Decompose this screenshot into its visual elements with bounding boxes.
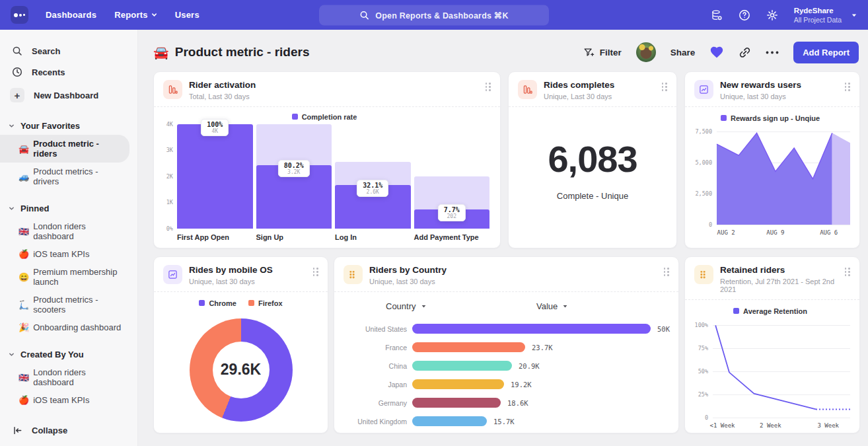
sidebar-section: Created By You🇬🇧London riders dashboard🍎… xyxy=(0,350,137,409)
car-emoji-icon: 🚘 xyxy=(153,45,169,60)
row-label: Japan xyxy=(344,381,412,389)
value-column-dropdown[interactable]: Value xyxy=(536,301,568,311)
legend-swatch xyxy=(199,300,205,306)
legend-swatch xyxy=(292,114,298,120)
card-title: New rewards users xyxy=(720,80,801,91)
funnel-x-label: Sign Up xyxy=(256,233,332,241)
avatar[interactable] xyxy=(636,42,656,62)
sidebar-item[interactable]: 🍎iOS team KPIs xyxy=(0,391,129,409)
sidebar-recents[interactable]: Recents xyxy=(0,61,137,83)
row-bar xyxy=(412,398,501,408)
sidebar-collapse-button[interactable]: Collapse xyxy=(13,426,67,435)
sidebar-section-toggle[interactable]: Created By You xyxy=(9,350,137,359)
add-report-button[interactable]: Add Report xyxy=(793,42,859,63)
sidebar-item[interactable]: 🍎iOS team KPIs xyxy=(0,245,129,263)
search-icon xyxy=(12,46,22,56)
sidebar-item[interactable]: 🚙Product metrics - drivers xyxy=(0,163,129,190)
row-value: 23.7K xyxy=(532,344,553,352)
card-rides-by-mobile-os: Rides by mobile OS Unique, last 30 days … xyxy=(153,256,328,433)
row-label: Germany xyxy=(344,399,412,407)
sidebar-section-toggle[interactable]: Pinned xyxy=(9,204,137,213)
chevron-down-icon xyxy=(9,204,15,213)
chevron-down-icon xyxy=(421,303,427,309)
item-emoji-icon: 😄 xyxy=(18,273,29,281)
item-emoji-icon: 🛴 xyxy=(18,301,29,309)
sidebar-sections: Your Favorites🚘Product metric - riders🚙P… xyxy=(0,121,137,409)
funnel-bar: 100%4K xyxy=(177,124,253,229)
card-retained-riders: Retained riders Retention, Jul 27th 2021… xyxy=(684,256,860,433)
country-bar-list: United States50KFrance23.7KChina20.9KJap… xyxy=(344,324,674,427)
item-emoji-icon: 🎉 xyxy=(18,323,29,332)
drag-handle-icon[interactable] xyxy=(662,80,668,91)
drag-handle-icon[interactable] xyxy=(845,80,851,91)
funnel-chart: 4K3K2K1K0% 100%4K80.2%3.2K32.1%2.6K7.7%2… xyxy=(159,124,489,229)
card-new-rewards-users: New rewards users Unique, last 30 days R… xyxy=(684,71,860,248)
chevron-down-icon xyxy=(562,303,568,309)
chevron-down-icon xyxy=(9,350,15,359)
sidebar-item[interactable]: 🇬🇧London riders dashboard xyxy=(0,363,129,391)
settings-gear-icon[interactable] xyxy=(766,9,778,21)
sidebar-item[interactable]: 🛴Product metrics - scooters xyxy=(0,291,129,318)
top-nav: Dashboards Reports Users Open Reports & … xyxy=(0,0,868,30)
sidebar-item[interactable]: 🇬🇧London riders dashboard xyxy=(0,217,129,245)
collapse-icon xyxy=(13,426,22,435)
row-label: United States xyxy=(344,325,412,333)
drag-handle-icon[interactable] xyxy=(664,265,670,276)
item-emoji-icon: 🍎 xyxy=(18,396,29,404)
app-logo[interactable] xyxy=(11,6,28,24)
filter-funnel-icon xyxy=(583,47,595,58)
copy-link-icon[interactable] xyxy=(739,46,751,59)
bar-tooltip: 100%4K xyxy=(201,119,229,136)
row-bar xyxy=(412,361,512,371)
clock-icon xyxy=(12,67,22,77)
card-title: Rides by mobile OS xyxy=(189,265,273,276)
sidebar-item[interactable]: 😄Premium membership launch xyxy=(0,263,129,291)
sidebar-section-toggle[interactable]: Your Favorites xyxy=(9,121,137,131)
sidebar-section: Your Favorites🚘Product metric - riders🚙P… xyxy=(0,121,137,190)
row-value: 15.7K xyxy=(493,418,515,426)
donut-chart: 29.6K xyxy=(190,318,293,422)
drag-handle-icon[interactable] xyxy=(845,265,851,276)
nav-links: Dashboards Reports Users xyxy=(46,10,199,20)
legend-swatch xyxy=(721,115,727,121)
item-emoji-icon: 🚘 xyxy=(18,145,29,153)
card-subtitle: Unique, Last 30 days xyxy=(544,93,614,100)
funnel-x-label: First App Open xyxy=(177,233,253,241)
chevron-down-icon xyxy=(151,12,157,18)
account-subtitle: All Project Data xyxy=(794,16,842,24)
card-subtitle: Unique, last 30 days xyxy=(189,278,273,285)
funnel-x-label: Log In xyxy=(335,233,411,241)
legend-swatch xyxy=(733,308,739,314)
country-column-dropdown[interactable]: Country xyxy=(386,301,427,311)
account-name: RydeShare xyxy=(794,6,842,16)
card-title: Rider activation xyxy=(189,80,256,91)
favorite-heart-icon[interactable] xyxy=(709,45,724,59)
sidebar-item[interactable]: 🎉Onboarding dashboard xyxy=(0,318,129,336)
nav-dashboards[interactable]: Dashboards xyxy=(46,10,96,20)
global-search-input[interactable]: Open Reports & Dashboards ⌘K xyxy=(319,5,549,25)
sidebar-item[interactable]: 🚘Product metric - riders xyxy=(0,135,129,163)
card-title: Retained riders xyxy=(720,265,838,276)
help-icon[interactable] xyxy=(739,9,750,21)
item-emoji-icon: 🇬🇧 xyxy=(18,373,29,382)
data-sources-icon[interactable] xyxy=(711,9,723,21)
funnel-bar: 32.1%2.6K xyxy=(335,124,411,229)
funnel-x-label: Add Payment Type xyxy=(414,233,490,241)
more-options-icon[interactable] xyxy=(766,51,779,54)
table-icon xyxy=(694,265,713,284)
table-row: China20.9K xyxy=(344,361,674,371)
nav-users[interactable]: Users xyxy=(175,10,199,20)
nav-reports[interactable]: Reports xyxy=(114,10,157,20)
card-rides-completes: Rides completes Unique, Last 30 days 6,0… xyxy=(508,71,677,248)
sidebar-search[interactable]: Search xyxy=(0,40,137,61)
card-title: Rides completes xyxy=(544,80,614,91)
drag-handle-icon[interactable] xyxy=(486,80,491,91)
row-bar xyxy=(412,324,651,334)
filter-button[interactable]: Filter xyxy=(583,47,622,58)
row-bar xyxy=(412,416,487,426)
share-button[interactable]: Share xyxy=(670,48,696,57)
row-bar xyxy=(412,342,525,352)
drag-handle-icon[interactable] xyxy=(313,265,319,276)
sidebar-new-dashboard[interactable]: + New Dashboard xyxy=(0,83,137,108)
account-menu[interactable]: RydeShare All Project Data xyxy=(794,6,857,24)
